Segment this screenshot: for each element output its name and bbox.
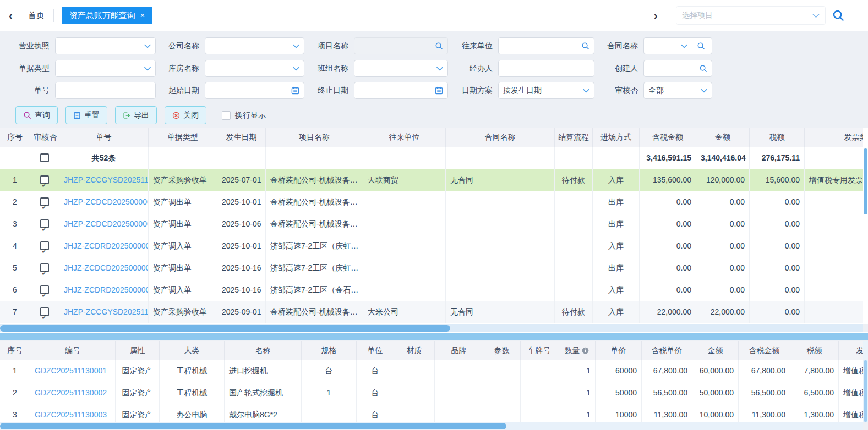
date-scheme-select[interactable]: 按发生日期 [498,82,594,99]
asset-no-link[interactable]: GDZC202511130002 [30,382,116,404]
row-checkbox[interactable] [40,241,49,250]
table-row[interactable]: 2JHZP-ZCDCD202500000资产调出单2025-10-01金桥装配公… [0,191,863,213]
search-icon[interactable] [699,64,707,73]
asset-no-link[interactable]: GDZC202511130001 [30,360,116,382]
doc-no-link[interactable]: JHJZ-ZCDRD202500000 [59,235,149,257]
table-cell: 135,600.00 [640,169,696,191]
project-name-search[interactable] [354,37,448,54]
table-cell: 济邹高速7-2工区（庆虹… [266,257,363,279]
export-button[interactable]: 导出 [115,106,157,124]
warehouse-select[interactable] [205,60,304,77]
asset-detail-table: 序号编号属性大类名称规格单位材质品牌参数车牌号数量单价含税单价金额含税金额税额发… [0,341,863,430]
doc-no-link[interactable]: JHJZ-ZCDCD202500000 [59,257,149,279]
export-icon [123,112,130,119]
contract-name-select[interactable] [643,37,712,54]
tab-active[interactable]: 资产总账万能查询 × [62,7,152,24]
wrap-display-checkbox[interactable]: 换行显示 [222,111,266,120]
end-date-picker[interactable] [354,82,448,99]
chevron-down-icon[interactable] [681,44,687,48]
table-cell: 2025-10-01 [217,191,266,213]
audit-status-select-label: 审核否 [604,86,638,96]
main-ledger-table: 序号审核否单号单据类型发生日期项目名称往来单位合同名称结算流程进场方式含税金额金… [0,128,863,324]
select-all-checkbox[interactable] [40,153,49,162]
chevron-down-icon[interactable] [144,67,151,71]
table-row[interactable]: 5JHJZ-ZCDCD202500000资产调出单2025-10-16济邹高速7… [0,257,863,279]
info-icon[interactable] [582,342,589,360]
query-button[interactable]: 查询 [15,106,58,124]
app-window: ‹ 首页 资产总账万能查询 × › 选择项目 营业执照公司名称项目名称往来单位合… [0,0,868,430]
calendar-icon[interactable] [435,86,443,95]
doc-no-link[interactable]: JHZP-ZCDCD202500000 [59,191,149,213]
doc-no-input[interactable] [55,82,156,99]
doc-no-link[interactable]: JHZP-ZCDCD202500000 [59,213,149,235]
counterpart-search[interactable] [498,37,594,54]
audit-status-select[interactable]: 全部 [643,82,712,99]
start-date-picker[interactable] [205,82,304,99]
search-icon[interactable] [435,42,443,50]
table-cell: 22,000.00 [640,301,696,323]
row-checkbox[interactable] [40,263,49,272]
row-checkbox[interactable] [40,175,49,184]
doc-no-link[interactable]: JHZP-ZCCGYSD2025111 [59,169,149,191]
chevron-down-icon[interactable] [436,67,443,71]
table-cell [805,235,863,257]
table-cell: 金桥装配公司-机械设备… [266,191,363,213]
column-header: 材质 [394,341,435,360]
vscrollbar-thumb[interactable] [864,360,867,422]
chevron-down-icon[interactable] [583,89,589,93]
summary-tax-incl-amount: 3,416,591.15 [640,147,696,169]
panel-splitter[interactable] [0,333,868,340]
team-name-select[interactable] [354,60,448,77]
business-license-select[interactable] [55,37,156,54]
column-header: 发票类型 [805,128,863,147]
table-row[interactable]: 4JHJZ-ZCDRD202500000资产调入单2025-10-01济邹高速7… [0,235,863,257]
table-cell: 7,800.00 [790,360,839,382]
table-row[interactable]: 1JHZP-ZCCGYSD2025111资产采购验收单2025-07-01金桥装… [0,169,863,191]
creator-search[interactable] [643,60,712,77]
search-icon[interactable] [832,9,844,21]
doc-no-link[interactable]: JHJZ-ZCDRD202500000 [59,279,149,301]
table-row[interactable]: 2GDZC202511130002固定资产工程机械国产轮式挖掘机1台150000… [0,382,863,404]
column-header: 含税单价 [642,341,692,360]
project-select[interactable]: 选择项目 [676,6,826,25]
table-cell: 资产调入单 [149,279,217,301]
column-header: 编号 [30,341,116,360]
hscrollbar-thumb[interactable] [0,423,506,429]
row-checkbox[interactable] [40,219,49,228]
search-icon[interactable] [691,42,707,50]
chevron-down-icon[interactable] [293,44,299,48]
table-row[interactable]: 1GDZC202511130001固定资产工程机械进口挖掘机台台16000067… [0,360,863,382]
reset-button[interactable]: 重置 [65,106,107,124]
doc-no-link[interactable]: JHZP-ZCCGYSD2025111 [59,301,149,323]
table-cell [805,301,863,323]
back-chevron-icon[interactable]: ‹ [9,10,13,21]
row-checkbox[interactable] [40,197,49,206]
chevron-down-icon[interactable] [701,89,707,93]
doc-type-select[interactable] [55,60,156,77]
table-cell [30,191,59,213]
table-cell [555,213,593,235]
handler-input[interactable] [498,60,594,77]
tab-home[interactable]: 首页 [28,10,45,21]
table-cell: 0.00 [696,279,750,301]
table-cell: 增值税专用发票 [839,360,863,382]
hscrollbar-thumb[interactable] [0,325,450,332]
forward-chevron-icon[interactable]: › [654,10,658,21]
vscrollbar-thumb[interactable] [864,148,867,214]
chevron-down-icon[interactable] [293,67,299,71]
row-checkbox[interactable] [40,285,49,294]
tab-close-icon[interactable]: × [140,11,145,20]
table-row[interactable]: 7JHZP-ZCCGYSD2025111资产采购验收单2025-09-01金桥装… [0,301,863,323]
company-name-select[interactable] [205,37,304,54]
table-row[interactable]: 3JHZP-ZCDCD202500000资产调出单2025-10-06金桥装配公… [0,213,863,235]
table-row[interactable]: 6JHJZ-ZCDRD202500000资产调入单2025-10-16济邹高速7… [0,279,863,301]
table-cell: 进口挖掘机 [225,360,302,382]
calendar-icon[interactable] [291,86,299,95]
team-name-select-label: 班组名称 [314,64,348,74]
checkbox-icon[interactable] [222,111,231,120]
table-cell: 2025-07-01 [217,169,266,191]
search-icon[interactable] [581,42,589,50]
close-button[interactable]: 关闭 [165,106,206,124]
row-checkbox[interactable] [40,307,49,316]
chevron-down-icon[interactable] [144,44,151,48]
